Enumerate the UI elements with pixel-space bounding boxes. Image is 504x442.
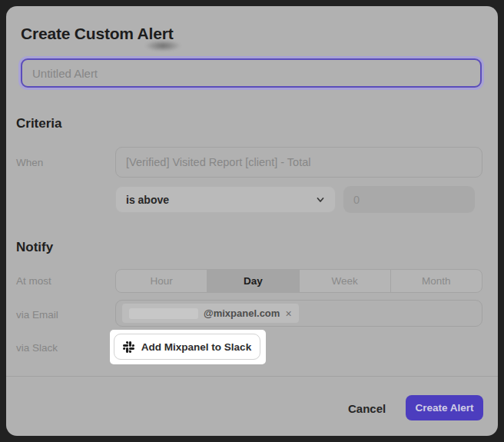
criteria-heading: Criteria: [16, 116, 62, 131]
when-label: When: [16, 157, 43, 168]
frequency-option-month[interactable]: Month: [390, 270, 482, 292]
via-slack-label: via Slack: [16, 342, 58, 354]
remove-email-icon[interactable]: ×: [285, 308, 291, 319]
cancel-button[interactable]: Cancel: [348, 400, 386, 417]
footer-divider: [6, 376, 498, 377]
email-recipients-field[interactable]: @mixpanel.com ×: [115, 300, 482, 327]
alert-name-input[interactable]: Untitled Alert: [21, 58, 482, 88]
metric-value: [Verified] Visited Report [client] - Tot…: [126, 156, 310, 168]
redacted-email-name: [129, 308, 198, 319]
email-chip: @mixpanel.com ×: [122, 304, 299, 323]
frequency-option-hour[interactable]: Hour: [116, 270, 207, 292]
metric-input[interactable]: [Verified] Visited Report [client] - Tot…: [115, 147, 482, 178]
alert-name-placeholder: Untitled Alert: [32, 67, 98, 80]
at-most-label: At most: [16, 275, 51, 287]
add-mixpanel-to-slack-button[interactable]: Add Mixpanel to Slack: [114, 334, 260, 360]
slack-button-label: Add Mixpanel to Slack: [141, 341, 251, 353]
frequency-segmented-control: Hour Day Week Month: [115, 269, 482, 293]
frequency-option-week[interactable]: Week: [299, 270, 390, 292]
chevron-down-icon: [316, 195, 325, 204]
create-alert-button[interactable]: Create Alert: [406, 395, 483, 420]
threshold-input[interactable]: 0: [343, 186, 475, 213]
page-title: Create Custom Alert: [21, 25, 173, 43]
frequency-option-day[interactable]: Day: [207, 270, 298, 292]
email-chip-domain: @mixpanel.com: [204, 307, 280, 319]
condition-selected-value: is above: [126, 194, 169, 206]
via-email-label: via Email: [16, 309, 58, 321]
threshold-value: 0: [353, 194, 360, 206]
create-alert-dialog: Create Custom Alert Untitled Alert Crite…: [6, 6, 498, 436]
condition-dropdown[interactable]: is above: [115, 186, 336, 213]
slack-button-spotlight: Add Mixpanel to Slack: [110, 330, 266, 364]
slack-icon: [123, 341, 134, 353]
notify-heading: Notify: [16, 240, 53, 255]
